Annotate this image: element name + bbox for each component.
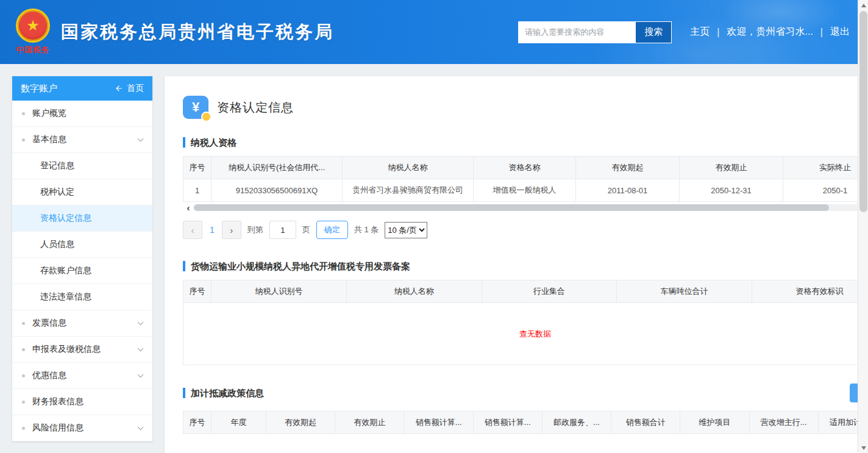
nav-welcome-link[interactable]: 欢迎，贵州省习水... <box>727 26 813 38</box>
sidebar-item-label: 税种认定 <box>40 187 74 198</box>
scroll-left-icon[interactable]: ‹ <box>183 204 194 212</box>
cell-actual-end: 2050-1 <box>783 179 868 202</box>
nav-logout-link[interactable]: 退出 <box>830 26 850 38</box>
sidebar-item-label: 优惠信息 <box>32 370 66 381</box>
page-number-input[interactable] <box>269 221 296 239</box>
pagination: ‹ 1 › 到第 页 确定 共 1 条 10 条/页 <box>183 221 868 239</box>
sidebar-item-label: 风险信用信息 <box>32 423 84 433</box>
sidebar-item-label: 违法违章信息 <box>40 291 91 302</box>
column-header: 行业集合 <box>482 280 617 303</box>
scroll-down-icon[interactable] <box>858 443 868 453</box>
sidebar-item-label: 资格认定信息 <box>40 213 91 224</box>
next-page-button[interactable]: › <box>222 221 241 239</box>
hscroll-track[interactable] <box>194 204 868 211</box>
table-row[interactable]: 1 9152033056500691XQ 贵州省习水县骏驰商贸有限公司 增值税一… <box>183 179 868 202</box>
column-header: 资格名称 <box>474 157 576 179</box>
sidebar-item-deposit-account-info[interactable]: 存款账户信息 <box>12 258 152 284</box>
prev-page-button[interactable]: ‹ <box>183 221 202 239</box>
column-header: 有效期起 <box>266 412 335 434</box>
site-title: 国家税务总局贵州省电子税务局 <box>61 20 334 45</box>
browser-viewport: ★ 中国税务 国家税务总局贵州省电子税务局 搜索 主页 | 欢迎，贵州省习水..… <box>0 0 868 453</box>
bullet-icon <box>22 401 25 404</box>
total-count-label: 共 1 条 <box>354 224 379 235</box>
nav-separator: | <box>717 27 719 38</box>
hscroll-thumb[interactable] <box>194 204 829 211</box>
cell-valid-from: 2011-08-01 <box>576 179 680 202</box>
page-body: 数字账户 首页 账户概览 基本信息 登记信息 <box>0 64 868 453</box>
bullet-icon <box>22 112 25 115</box>
sidebar-item-label: 申报表及缴税信息 <box>32 344 101 355</box>
horizontal-scrollbar[interactable]: ‹ › <box>183 203 868 212</box>
sidebar-home-link[interactable]: 首页 <box>115 83 144 94</box>
column-header: 实际终止 <box>783 157 868 179</box>
column-header: 年度 <box>212 412 266 434</box>
sidebar-item-risk-credit-info[interactable]: 风险信用信息 <box>12 415 152 441</box>
current-page[interactable]: 1 <box>208 225 216 235</box>
cell-taxpayer-name: 贵州省习水县骏驰商贸有限公司 <box>343 179 474 202</box>
column-header: 序号 <box>183 412 212 434</box>
sidebar-item-qualification-info[interactable]: 资格认定信息 <box>12 205 152 232</box>
column-header: 销售额合计 <box>611 412 680 434</box>
nav-home-link[interactable]: 主页 <box>690 26 710 38</box>
top-nav: 主页 | 欢迎，贵州省习水... | 退出 <box>690 26 850 38</box>
column-header: 销售额计算... <box>473 412 542 434</box>
cell-taxpayer-id: 9152033056500691XQ <box>212 179 343 202</box>
sidebar-item-personnel-info[interactable]: 人员信息 <box>12 232 152 258</box>
column-header: 纳税人名称 <box>346 280 482 303</box>
back-arrow-icon <box>115 84 123 93</box>
logo-caption: 中国税务 <box>16 45 50 55</box>
app-header: ★ 中国税务 国家税务总局贵州省电子税务局 搜索 主页 | 欢迎，贵州省习水..… <box>0 0 868 64</box>
column-header: 邮政服务、... <box>542 412 611 434</box>
bullet-icon <box>22 138 25 141</box>
sidebar-item-label: 财务报表信息 <box>32 396 84 407</box>
freight-filing-table: 序号 纳税人识别号 纳税人名称 行业集合 车辆吨位合计 资格有效标识 <box>183 280 868 303</box>
sidebar-item-basic-info[interactable]: 基本信息 <box>12 127 152 153</box>
vertical-scrollbar[interactable] <box>858 0 868 453</box>
bullet-icon <box>22 427 25 430</box>
search-button[interactable]: 搜索 <box>636 22 671 43</box>
sidebar-item-account-overview[interactable]: 账户概览 <box>12 101 152 127</box>
national-emblem-logo: ★ 中国税务 <box>16 9 50 55</box>
magnifier-icon <box>201 112 212 122</box>
nav-separator: | <box>820 27 823 38</box>
chevron-down-icon <box>138 424 144 430</box>
bullet-icon <box>22 348 25 351</box>
scroll-up-icon[interactable] <box>858 0 868 10</box>
page-size-select[interactable]: 10 条/页 <box>385 222 427 238</box>
chevron-down-icon <box>138 319 144 325</box>
sidebar-item-invoice-info[interactable]: 发票信息 <box>12 310 152 337</box>
column-header: 资格有效标识 <box>752 280 868 303</box>
column-header: 销售额计算... <box>404 412 473 434</box>
deduction-policy-table: 序号 年度 有效期起 有效期止 销售额计算... 销售额计算... 邮政服务、.… <box>183 411 868 434</box>
sidebar-item-violation-info[interactable]: 违法违章信息 <box>12 284 152 310</box>
bullet-icon <box>22 322 25 325</box>
sidebar-item-registration-info[interactable]: 登记信息 <box>12 153 152 179</box>
page-title: 资格认定信息 <box>217 99 294 116</box>
chevron-down-icon <box>138 135 144 141</box>
chevron-down-icon <box>138 345 144 351</box>
goto-label: 到第 <box>247 224 263 235</box>
section-title-deduction-policy: 加计抵减政策信息 <box>183 388 264 398</box>
confirm-page-button[interactable]: 确定 <box>316 221 348 239</box>
column-header: 纳税人名称 <box>343 157 474 179</box>
no-data-text: 查无数据 <box>519 329 551 340</box>
sidebar-item-preferential-info[interactable]: 优惠信息 <box>12 363 152 389</box>
page-title-row: ¥ 资格认定信息 <box>183 96 868 119</box>
sidebar-header: 数字账户 首页 <box>12 76 152 101</box>
column-header: 序号 <box>183 157 212 179</box>
bullet-icon <box>22 374 25 377</box>
sidebar-item-tax-type[interactable]: 税种认定 <box>12 179 152 205</box>
sidebar-item-financial-report-info[interactable]: 财务报表信息 <box>12 389 152 415</box>
deduction-policy-header-row: 加计抵减政策信息 导出 <box>183 383 868 402</box>
taxpayer-qualification-table: 序号 纳税人识别号(社会信用代... 纳税人名称 资格名称 有效期起 有效期止 … <box>183 156 868 202</box>
search-input[interactable] <box>519 22 636 43</box>
column-header: 序号 <box>183 280 212 303</box>
vscroll-thumb[interactable] <box>859 11 867 212</box>
table-header-row: 序号 年度 有效期起 有效期止 销售额计算... 销售额计算... 邮政服务、.… <box>183 412 868 434</box>
sidebar-item-label: 登记信息 <box>40 160 74 171</box>
column-header: 有效期起 <box>576 157 680 179</box>
main-panel: ¥ 资格认定信息 纳税人资格 序号 纳税人识别号(社会信用代... <box>165 76 868 453</box>
page-unit-label: 页 <box>302 224 310 235</box>
yen-search-icon: ¥ <box>183 96 208 119</box>
sidebar-item-declaration-tax-info[interactable]: 申报表及缴税信息 <box>12 337 152 363</box>
